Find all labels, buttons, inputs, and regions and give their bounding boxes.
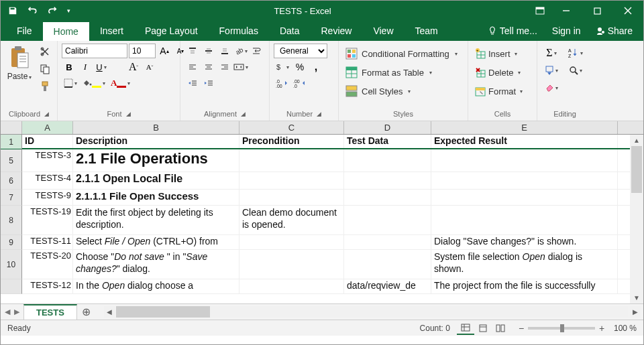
cell[interactable]: [239, 149, 344, 171]
font-color-button[interactable]: A: [109, 76, 132, 90]
tab-review[interactable]: Review: [311, 21, 363, 41]
underline-button[interactable]: U: [94, 60, 109, 74]
qat-customize-button[interactable]: ▾: [64, 3, 73, 19]
column-header-a[interactable]: A: [22, 121, 73, 134]
font-launcher-icon[interactable]: ◢: [126, 111, 131, 117]
increase-indent-button[interactable]: [201, 76, 217, 90]
cell[interactable]: Dialog "Save changes?" is shown.: [431, 235, 618, 249]
cell[interactable]: TESTS-19: [22, 206, 73, 234]
cell-styles-button[interactable]: Cell Styles: [343, 82, 464, 100]
cell[interactable]: [344, 172, 431, 189]
vscroll-thumb[interactable]: [631, 146, 642, 193]
align-right-button[interactable]: [217, 60, 233, 74]
conditional-formatting-button[interactable]: Conditional Formatting: [343, 45, 464, 62]
tab-team[interactable]: Team: [405, 21, 449, 41]
font-size-combo[interactable]: [129, 44, 156, 58]
column-header-e[interactable]: E: [431, 121, 618, 134]
new-sheet-button[interactable]: ⊕: [77, 304, 96, 320]
decrease-decimal-button[interactable]: .00.0: [291, 76, 307, 90]
copy-button[interactable]: [37, 61, 53, 77]
cell[interactable]: Clean demo document is opened.: [239, 206, 344, 234]
align-center-button[interactable]: [201, 60, 217, 74]
format-as-table-button[interactable]: Format as Table: [343, 64, 464, 81]
accounting-format-button[interactable]: $: [274, 60, 291, 74]
italic-button[interactable]: I: [78, 60, 93, 74]
cell[interactable]: [344, 235, 431, 249]
cell[interactable]: 2.1.1.1 File Open Success: [73, 190, 239, 205]
cell[interactable]: System file selection Open dialog is sho…: [431, 250, 618, 279]
vscroll-track[interactable]: [630, 146, 643, 292]
borders-button[interactable]: [62, 76, 79, 90]
number-launcher-icon[interactable]: ◢: [317, 111, 321, 117]
vertical-scrollbar[interactable]: ▲ ▼: [630, 135, 643, 303]
delete-cells-button[interactable]: Delete: [472, 64, 533, 81]
share-button[interactable]: Share: [590, 25, 638, 36]
format-painter-button[interactable]: [37, 78, 53, 94]
column-header-b[interactable]: B: [73, 121, 239, 134]
row-header[interactable]: 1: [1, 135, 22, 149]
close-button[interactable]: [612, 1, 643, 21]
row-header[interactable]: [1, 279, 22, 294]
cell[interactable]: [431, 149, 618, 171]
cell[interactable]: TESTS-20: [22, 250, 73, 279]
decrease-indent-button[interactable]: [184, 76, 201, 90]
cell[interactable]: data/reqview_de: [344, 279, 431, 293]
row-header[interactable]: 7: [1, 190, 22, 206]
tab-file[interactable]: File: [6, 21, 43, 41]
cell[interactable]: In the Open dialog choose a: [73, 279, 239, 293]
sheet-next-button[interactable]: ▶: [14, 307, 19, 316]
cell[interactable]: TESTS-3: [22, 149, 73, 171]
percent-style-button[interactable]: %: [292, 60, 307, 74]
cell[interactable]: TESTS-9: [22, 190, 73, 205]
cell[interactable]: Test Data: [344, 135, 431, 148]
shrink-font-a-small[interactable]: A˘: [142, 60, 157, 74]
hscroll-thumb[interactable]: [116, 306, 210, 318]
row-header[interactable]: 8: [1, 206, 22, 235]
fill-color-button[interactable]: [80, 76, 107, 90]
cell[interactable]: Expected Result: [431, 135, 618, 148]
page-break-view-button[interactable]: [492, 322, 509, 335]
ribbon-display-options-button[interactable]: [529, 1, 551, 21]
sheet-tab-tests[interactable]: TESTS: [23, 304, 77, 320]
increase-decimal-button[interactable]: .0.00: [274, 76, 290, 90]
minimize-button[interactable]: [551, 1, 582, 21]
cell[interactable]: The project from the file is successfull…: [431, 279, 618, 293]
font-name-combo[interactable]: [62, 44, 127, 58]
alignment-launcher-icon[interactable]: ◢: [241, 111, 246, 117]
cell[interactable]: [239, 279, 344, 293]
tab-formulas[interactable]: Formulas: [209, 21, 269, 41]
bold-button[interactable]: B: [62, 60, 76, 74]
cell[interactable]: [344, 190, 431, 205]
cell[interactable]: Choose "Do not save " in "Save changes?"…: [73, 250, 239, 279]
cell[interactable]: Select File / Open (CTRL+O) from: [73, 235, 239, 249]
wrap-text-button[interactable]: [249, 44, 265, 58]
cut-button[interactable]: [37, 44, 53, 60]
cell[interactable]: [344, 250, 431, 279]
zoom-slider[interactable]: − +: [516, 323, 607, 334]
scroll-right-button[interactable]: ▶: [629, 306, 641, 318]
tab-page-layout[interactable]: Page Layout: [134, 21, 209, 41]
comma-style-button[interactable]: ,: [309, 60, 323, 74]
redo-button[interactable]: [44, 3, 62, 19]
zoom-percent[interactable]: 100 %: [614, 324, 637, 333]
increase-font-button[interactable]: A▴: [157, 44, 172, 58]
align-middle-button[interactable]: [201, 44, 217, 58]
cell[interactable]: ID: [22, 135, 73, 148]
fill-button[interactable]: [541, 62, 561, 78]
sort-filter-button[interactable]: AZ: [566, 45, 586, 61]
cell[interactable]: [239, 172, 344, 189]
sheet-prev-button[interactable]: ◀: [5, 307, 10, 316]
cell[interactable]: [431, 206, 618, 234]
insert-cells-button[interactable]: + Insert: [472, 45, 533, 62]
align-bottom-button[interactable]: [217, 44, 233, 58]
row-header[interactable]: 5: [1, 149, 22, 172]
tab-insert[interactable]: Insert: [89, 21, 134, 41]
find-select-button[interactable]: [566, 62, 586, 78]
autosum-button[interactable]: Σ: [541, 45, 561, 61]
orientation-button[interactable]: ab: [233, 44, 249, 58]
hscroll-track[interactable]: [116, 306, 629, 318]
save-button[interactable]: [3, 3, 22, 19]
scroll-down-button[interactable]: ▼: [630, 292, 643, 303]
row-header[interactable]: 10: [1, 250, 22, 279]
column-header-d[interactable]: D: [344, 121, 431, 134]
